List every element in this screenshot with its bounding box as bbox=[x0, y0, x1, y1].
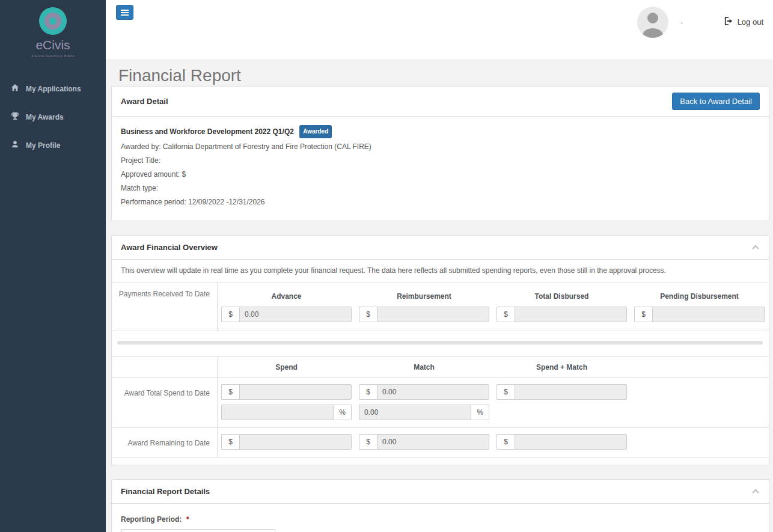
sidebar-item-label: My Awards bbox=[26, 113, 64, 121]
performance-period-line: Performance period: 12/09/2022 -12/31/20… bbox=[121, 197, 760, 207]
award-detail-body: Business and Workforce Development 2022 … bbox=[112, 117, 769, 221]
page-heading-band: Financial Report bbox=[106, 59, 773, 86]
payments-received-row: Payments Received To Date Advance $ Rei bbox=[112, 283, 769, 331]
avatar[interactable] bbox=[637, 7, 668, 38]
spend-header: Spend bbox=[221, 357, 352, 378]
report-details-panel: Financial Report Details Reporting Perio… bbox=[111, 479, 769, 532]
awarded-by-line: Awarded by: California Department of For… bbox=[121, 142, 760, 152]
award-detail-panel-heading: Award Detail Back to Award Detail bbox=[112, 87, 769, 117]
percent-addon: % bbox=[334, 405, 352, 420]
award-detail-panel: Award Detail Back to Award Detail Busine… bbox=[111, 86, 769, 221]
total-spend-input bbox=[239, 384, 352, 400]
sidebar-nav: My Applications My Awards My Profile bbox=[0, 77, 106, 157]
trophy-icon bbox=[11, 112, 19, 122]
reimbursement-input bbox=[377, 307, 489, 322]
total-spend-match-input bbox=[515, 384, 627, 400]
financial-overview-panel: Award Financial Overview This overview w… bbox=[111, 235, 769, 465]
currency-addon: $ bbox=[221, 384, 239, 400]
payments-received-label: Payments Received To Date bbox=[112, 283, 218, 331]
match-percent-input bbox=[359, 405, 471, 420]
logout-button[interactable]: Log out bbox=[724, 17, 763, 27]
total-disbursed-header: Total Disbursed bbox=[496, 286, 627, 307]
collapse-chevron-up-icon[interactable] bbox=[751, 488, 760, 495]
remaining-spend-input bbox=[239, 434, 352, 450]
total-match-input bbox=[377, 384, 489, 400]
award-total-spend-row: Award Total Spend to Date $ bbox=[112, 378, 769, 428]
logout-label: Log out bbox=[738, 17, 763, 26]
back-to-award-detail-button[interactable]: Back to Award Detail bbox=[672, 93, 760, 110]
sidebar: eCivis A Euna Solutions Brand My Applica… bbox=[0, 0, 106, 532]
logo-tagline: A Euna Solutions Brand bbox=[0, 54, 106, 58]
home-icon bbox=[11, 84, 19, 94]
reimbursement-header: Reimbursement bbox=[359, 286, 489, 307]
logo-text: eCivis bbox=[0, 38, 106, 52]
currency-addon: $ bbox=[221, 307, 239, 322]
currency-addon: $ bbox=[496, 307, 515, 322]
report-details-body: Reporting Period: * Category Spend Match… bbox=[112, 504, 769, 532]
sidebar-item-my-profile[interactable]: My Profile bbox=[0, 133, 106, 157]
spend-match-label-spacer bbox=[112, 357, 218, 378]
spend-percent-input bbox=[221, 405, 334, 420]
required-asterisk: * bbox=[186, 515, 189, 524]
status-badge: Awarded bbox=[299, 125, 332, 138]
page-title: Financial Report bbox=[118, 66, 773, 85]
financial-overview-title: Award Financial Overview bbox=[121, 243, 218, 252]
award-remaining-row: Award Remaining to Date $ bbox=[112, 428, 769, 457]
collapse-chevron-up-icon[interactable] bbox=[751, 244, 760, 251]
currency-addon: $ bbox=[496, 434, 515, 450]
percent-addon: % bbox=[471, 405, 489, 420]
topbar: . Log out bbox=[106, 0, 773, 59]
report-details-heading: Financial Report Details bbox=[112, 480, 769, 504]
currency-addon: $ bbox=[221, 434, 239, 450]
pending-disbursement-input bbox=[652, 307, 765, 322]
content: Award Detail Back to Award Detail Busine… bbox=[106, 86, 773, 532]
total-disbursed-input bbox=[515, 307, 627, 322]
user-name: . bbox=[681, 17, 683, 25]
ecivis-logo-icon bbox=[39, 7, 67, 35]
sidebar-item-label: My Applications bbox=[26, 85, 81, 93]
sidebar-item-label: My Profile bbox=[26, 141, 60, 150]
match-type-line: Match type: bbox=[121, 183, 760, 194]
financial-overview-heading: Award Financial Overview bbox=[112, 236, 769, 260]
pending-disbursement-column: Pending Disbursement $ bbox=[631, 286, 768, 322]
spend-match-header-row: Spend Match Spend + Match bbox=[112, 356, 769, 378]
project-title-line: Project Title: bbox=[121, 156, 760, 166]
currency-addon: $ bbox=[359, 384, 377, 400]
match-header: Match bbox=[359, 357, 489, 378]
award-remaining-label: Award Remaining to Date bbox=[112, 428, 218, 457]
sidebar-item-my-applications[interactable]: My Applications bbox=[0, 77, 106, 100]
currency-addon: $ bbox=[359, 434, 377, 450]
overview-description: This overview will update in real time a… bbox=[112, 260, 769, 283]
reporting-period-input[interactable] bbox=[121, 529, 275, 532]
award-detail-title: Award Detail bbox=[121, 97, 168, 106]
sign-out-icon bbox=[724, 17, 733, 27]
advance-header: Advance bbox=[221, 286, 352, 307]
spend-plus-match-header: Spend + Match bbox=[496, 357, 627, 378]
total-disbursed-column: Total Disbursed $ bbox=[493, 286, 631, 322]
remaining-match-input bbox=[377, 434, 489, 450]
main-area: . Log out Financial Report Award Detail … bbox=[106, 0, 773, 532]
award-name: Business and Workforce Development 2022 … bbox=[121, 127, 294, 136]
reporting-period-label: Reporting Period: bbox=[121, 515, 182, 524]
hamburger-icon bbox=[121, 12, 129, 13]
sidebar-item-my-awards[interactable]: My Awards bbox=[0, 105, 106, 129]
currency-addon: $ bbox=[634, 307, 652, 322]
advance-input bbox=[239, 307, 352, 322]
currency-addon: $ bbox=[359, 307, 377, 322]
advance-column: Advance $ bbox=[218, 286, 355, 322]
pending-disbursement-header: Pending Disbursement bbox=[634, 286, 765, 307]
reimbursement-column: Reimbursement $ bbox=[355, 286, 493, 322]
currency-addon: $ bbox=[496, 384, 515, 400]
app-root: eCivis A Euna Solutions Brand My Applica… bbox=[0, 0, 773, 532]
remaining-spend-match-input bbox=[515, 434, 627, 450]
ecivis-logo: eCivis A Euna Solutions Brand bbox=[0, 0, 106, 64]
sidebar-toggle-button[interactable] bbox=[116, 5, 133, 20]
award-total-spend-label: Award Total Spend to Date bbox=[112, 378, 218, 427]
page-body: Financial Report Award Detail Back to Aw… bbox=[106, 59, 773, 532]
user-icon bbox=[11, 140, 19, 150]
progress-divider bbox=[117, 341, 763, 344]
report-details-title: Financial Report Details bbox=[121, 487, 210, 496]
approved-amount-line: Approved amount: $ bbox=[121, 170, 760, 180]
